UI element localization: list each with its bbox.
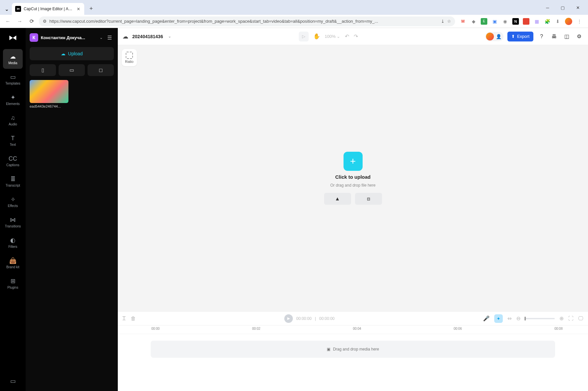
upload-title: Click to upload xyxy=(335,174,371,180)
install-app-icon[interactable]: ⤓ xyxy=(441,19,445,24)
extension-icon[interactable]: ▦ xyxy=(533,18,540,25)
preview-play-button[interactable]: ▷ xyxy=(299,32,309,41)
zoom-slider[interactable] xyxy=(525,318,555,319)
chevron-down-icon[interactable]: ⌄ xyxy=(168,34,171,39)
ratio-button[interactable]: Ratio xyxy=(122,49,137,66)
gmail-icon[interactable]: M xyxy=(460,18,466,25)
user-badge[interactable]: К xyxy=(30,33,38,42)
window-minimize-button[interactable]: ─ xyxy=(540,2,555,13)
topbar: ☁ 202404181436 ⌄ ▷ ✋ 100% ⌄ ↶ ↷ 👤 ⬆ Expo… xyxy=(118,28,588,45)
bookmark-star-icon[interactable]: ☆ xyxy=(447,19,451,24)
evernote-icon[interactable]: E xyxy=(481,18,487,25)
print-icon[interactable]: 🖶 xyxy=(550,32,558,41)
rail-label: Effects xyxy=(8,204,18,208)
cloud-save-icon[interactable]: ☁ xyxy=(122,33,128,40)
extension-icon[interactable]: ◆ xyxy=(470,18,477,25)
capcut-logo-icon[interactable] xyxy=(6,31,19,44)
aspect-portrait-button[interactable]: ▯ xyxy=(30,64,56,76)
browser-toolbar: ← → ⟳ ⚙ https://www.capcut.com/editor?cu… xyxy=(0,15,588,28)
tabs-dropdown-button[interactable]: ⌄ xyxy=(3,5,11,13)
split-icon[interactable]: ⇔ xyxy=(507,315,512,322)
upload-plus-button[interactable]: + xyxy=(344,152,363,171)
display-icon[interactable]: 🖵 xyxy=(578,316,583,322)
rail-item-captions[interactable]: CCCaptions xyxy=(3,151,23,171)
aspect-square-button[interactable]: ◻ xyxy=(88,64,114,76)
left-rail: ☁Media▭Templates✦Elements♫AudioTTextCCCa… xyxy=(0,28,26,391)
brand kit-icon: 👜 xyxy=(9,257,16,264)
undo-button[interactable]: ↶ xyxy=(345,33,349,39)
chevron-down-icon[interactable]: ⌄ xyxy=(100,36,103,40)
notion-icon[interactable]: N xyxy=(512,18,519,25)
collaborators[interactable]: 👤 xyxy=(485,32,503,41)
chrome-menu-icon[interactable]: ⋮ xyxy=(576,18,583,25)
url-bar[interactable]: ⚙ https://www.capcut.com/editor?current_… xyxy=(39,16,455,26)
rail-item-text[interactable]: TText xyxy=(3,131,23,150)
timeline-drop-track[interactable]: ▣ Drag and drop media here xyxy=(151,341,555,358)
timeline-ruler[interactable]: 00:0000:0200:0400:0600:08 xyxy=(118,326,588,334)
download-icon[interactable]: ⬇ xyxy=(554,18,561,25)
rail-item-media[interactable]: ☁Media xyxy=(3,49,23,69)
zoom-out-icon[interactable]: ⊖ xyxy=(516,315,521,322)
thumbnail-label: ead5443e246744... xyxy=(30,104,68,108)
rail-label: Elements xyxy=(6,102,20,106)
google-drive-button[interactable]: ▲ xyxy=(324,193,351,205)
rail-item-transitions[interactable]: ⋈Transitions xyxy=(3,212,23,232)
window-maximize-button[interactable]: ▢ xyxy=(555,2,570,13)
filters-icon: ◐ xyxy=(10,237,15,244)
dropbox-button[interactable]: ⧈ xyxy=(355,193,382,205)
export-label: Export xyxy=(517,34,529,39)
todoist-icon[interactable] xyxy=(523,18,529,25)
export-button[interactable]: ⬆ Export xyxy=(507,32,533,41)
zoom-in-icon[interactable]: ⊕ xyxy=(559,315,564,322)
rail-label: Audio xyxy=(9,122,17,126)
profile-avatar[interactable] xyxy=(565,18,572,25)
rail-item-plugins[interactable]: ⊞Plugins xyxy=(3,274,23,293)
nav-forward-button[interactable]: → xyxy=(15,17,24,26)
window-close-button[interactable]: ✕ xyxy=(570,2,585,13)
panel-toggle-icon[interactable]: ◫ xyxy=(562,32,571,41)
rail-collapse-icon[interactable]: ▭ xyxy=(3,375,23,388)
site-settings-icon[interactable]: ⚙ xyxy=(43,19,47,24)
close-tab-icon[interactable]: ✕ xyxy=(76,6,81,12)
timeline[interactable]: 00:0000:0200:0400:0600:08 ▣ Drag and dro… xyxy=(118,325,588,391)
rail-item-filters[interactable]: ◐Filters xyxy=(3,233,23,252)
mic-icon[interactable]: 🎤 xyxy=(483,315,490,322)
redo-button[interactable]: ↷ xyxy=(354,33,358,39)
zoom-indicator[interactable]: 100% ⌄ xyxy=(325,34,340,39)
rail-item-elements[interactable]: ✦Elements xyxy=(3,90,23,110)
time-current: 00:00:00 xyxy=(296,316,312,321)
panel-menu-icon[interactable]: ☰ xyxy=(105,33,114,42)
ai-assist-button[interactable]: ✦ xyxy=(494,314,503,323)
extensions-puzzle-icon[interactable]: 🧩 xyxy=(544,18,550,25)
rail-item-transcript[interactable]: ≣Transcript xyxy=(3,171,23,191)
hand-tool-icon[interactable]: ✋ xyxy=(313,33,320,40)
rail-label: Brand kit xyxy=(6,265,19,269)
rail-item-templates[interactable]: ▭Templates xyxy=(3,69,23,89)
audio-icon: ♫ xyxy=(11,115,15,121)
media-thumbnail[interactable]: ead5443e246744... xyxy=(30,80,68,108)
browser-tab[interactable]: ✂ CapCut | Image Editor | All-In... ✕ xyxy=(12,3,84,15)
aspect-landscape-button[interactable]: ▭ xyxy=(59,64,85,76)
help-icon[interactable]: ? xyxy=(537,32,546,41)
upload-button[interactable]: ☁ Upload xyxy=(30,47,114,60)
upload-area[interactable]: + Click to upload Or drag and drop file … xyxy=(324,152,382,205)
nav-back-button[interactable]: ← xyxy=(3,17,13,26)
new-tab-button[interactable]: + xyxy=(86,4,96,13)
rail-item-effects[interactable]: ✧Effects xyxy=(3,192,23,212)
cursor-icon[interactable]: Ꮖ xyxy=(122,316,126,322)
settings-gear-icon[interactable]: ⚙ xyxy=(575,32,583,41)
rail-label: Media xyxy=(8,61,17,65)
play-button[interactable]: ▶ xyxy=(284,314,293,323)
rail-item-audio[interactable]: ♫Audio xyxy=(3,110,23,130)
rail-item-brand-kit[interactable]: 👜Brand kit xyxy=(3,253,23,273)
delete-icon[interactable]: 🗑 xyxy=(131,316,136,322)
fullscreen-icon[interactable]: ⛶ xyxy=(568,316,574,322)
extension-icon[interactable]: ◉ xyxy=(502,18,508,25)
canvas[interactable]: Ratio + Click to upload Or drag and drop… xyxy=(118,45,588,311)
nav-reload-button[interactable]: ⟳ xyxy=(27,17,36,26)
rail-label: Plugins xyxy=(8,286,18,289)
ratio-label: Ratio xyxy=(125,60,134,64)
extension-icon[interactable]: ▣ xyxy=(491,18,498,25)
add-user-icon[interactable]: 👤 xyxy=(496,34,501,39)
project-title[interactable]: 202404181436 xyxy=(132,34,163,39)
